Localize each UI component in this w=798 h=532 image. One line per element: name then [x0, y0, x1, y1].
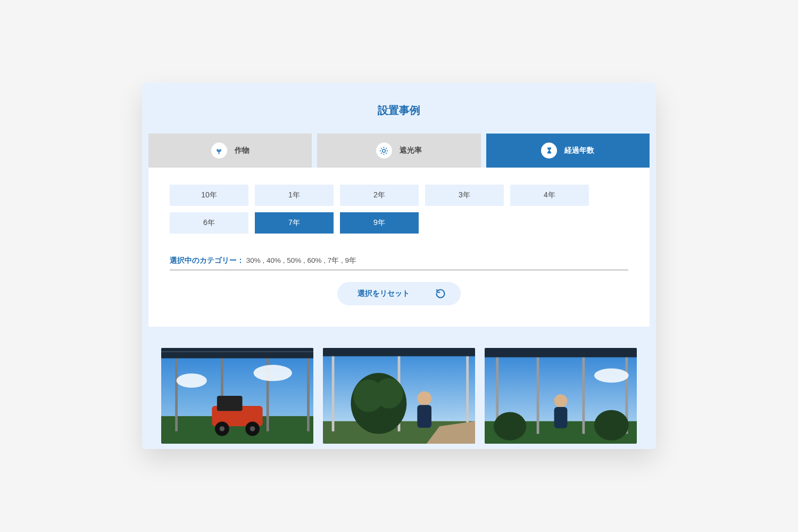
selected-categories-values: 30% , 40% , 50% , 60% , 7年 , 9年 — [246, 256, 356, 264]
tab-years[interactable]: 経過年数 — [486, 134, 650, 168]
tab-label: 作物 — [235, 146, 250, 155]
svg-rect-31 — [323, 348, 475, 356]
filter-panel: 10年 1年 2年 3年 4年 6年 7年 9年 選択中のカテゴリー： 30% … — [148, 168, 650, 327]
svg-line-8 — [386, 148, 387, 148]
svg-line-3 — [381, 148, 382, 148]
app-card: 設置事例 作物 — [142, 83, 656, 449]
case-thumbnail[interactable] — [323, 348, 475, 444]
case-thumbnail[interactable] — [161, 348, 313, 444]
year-filter-grid: 10年 1年 2年 3年 4年 6年 7年 9年 — [170, 185, 628, 234]
tab-label: 経過年数 — [564, 146, 594, 155]
filter-chip[interactable]: 3年 — [425, 185, 504, 206]
selected-categories-row: 選択中のカテゴリー： 30% , 40% , 50% , 60% , 7年 , … — [170, 256, 628, 270]
tab-label: 遮光率 — [400, 146, 422, 155]
svg-line-4 — [386, 153, 387, 153]
svg-point-17 — [177, 373, 207, 388]
case-thumbnail[interactable] — [485, 348, 637, 444]
svg-point-18 — [254, 365, 292, 381]
sun-icon — [376, 143, 392, 159]
reset-button[interactable]: 選択をリセット — [337, 282, 461, 305]
filter-chip[interactable]: 1年 — [255, 185, 334, 206]
filter-chip[interactable]: 6年 — [170, 212, 248, 234]
svg-rect-15 — [161, 348, 313, 358]
hourglass-icon — [541, 143, 557, 159]
filter-chip[interactable]: 4年 — [510, 185, 589, 206]
reset-button-label: 選択をリセット — [358, 289, 410, 298]
tab-shading[interactable]: 遮光率 — [317, 134, 480, 168]
filter-chip[interactable]: 2年 — [340, 185, 419, 206]
svg-rect-45 — [485, 348, 637, 358]
svg-point-35 — [417, 391, 431, 405]
svg-point-47 — [494, 412, 526, 440]
svg-rect-36 — [417, 405, 431, 428]
refresh-icon — [435, 288, 446, 299]
svg-point-23 — [220, 426, 225, 431]
category-tabs: 作物 遮光率 — [142, 134, 656, 168]
filter-chip[interactable]: 10年 — [170, 185, 248, 206]
svg-point-49 — [554, 394, 568, 408]
svg-rect-20 — [217, 396, 243, 411]
page-title: 設置事例 — [142, 103, 656, 118]
sprout-icon — [211, 143, 227, 159]
svg-rect-50 — [554, 407, 568, 428]
svg-point-48 — [594, 410, 629, 440]
svg-point-46 — [594, 369, 629, 383]
svg-line-7 — [381, 153, 382, 153]
filter-chip[interactable]: 9年 — [340, 212, 419, 234]
svg-point-24 — [250, 426, 255, 431]
filter-chip[interactable]: 7年 — [255, 212, 334, 234]
tab-crops[interactable]: 作物 — [148, 134, 312, 168]
svg-point-34 — [375, 378, 403, 409]
case-gallery — [142, 327, 656, 444]
selected-categories-label: 選択中のカテゴリー： — [170, 256, 244, 264]
svg-point-0 — [383, 149, 386, 152]
